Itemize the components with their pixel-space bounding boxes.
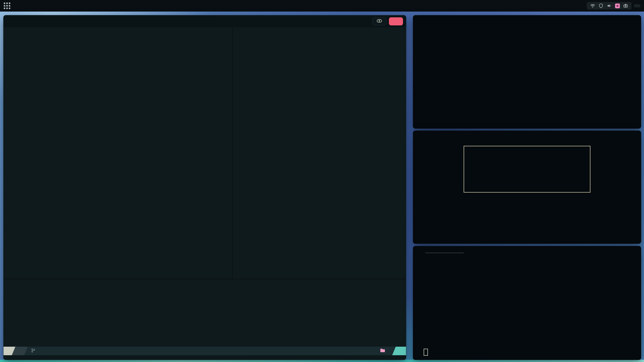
system-fetch [413, 246, 641, 253]
desktop [0, 0, 644, 362]
clock-frame [464, 146, 590, 193]
titlebar-buttons [372, 15, 406, 27]
project-segment [375, 347, 392, 355]
datetime[interactable] [634, 4, 640, 7]
tabline [4, 15, 406, 27]
fetch-box [425, 253, 464, 253]
audio-visualizer [418, 20, 636, 103]
flake-nix-pane[interactable] [4, 27, 232, 279]
fetch-terminal[interactable] [413, 246, 641, 360]
camera-icon[interactable] [623, 3, 628, 8]
eye-icon [376, 19, 382, 24]
scroll-progress-segment [392, 347, 406, 355]
system-tray [587, 2, 631, 10]
recorder-icon[interactable] [615, 4, 620, 8]
editor-splits [4, 27, 406, 279]
wifi-icon[interactable] [590, 3, 595, 8]
command-line[interactable] [4, 355, 406, 360]
folder-icon [380, 348, 385, 354]
pkgs-default-pane[interactable] [4, 279, 406, 347]
shield-icon[interactable] [598, 3, 603, 8]
wallpaper-accent-strip [0, 360, 644, 362]
lsp-segment [365, 347, 375, 355]
volume-icon[interactable] [607, 3, 612, 8]
statusline [4, 347, 406, 355]
top-bar [0, 0, 644, 12]
git-branch-icon [31, 348, 35, 354]
clock-terminal[interactable] [413, 130, 641, 244]
launcher-button[interactable] [4, 2, 11, 9]
eye-toggle-button[interactable] [372, 17, 386, 25]
visualizer-terminal[interactable] [413, 15, 641, 129]
neovim-window [3, 15, 406, 360]
statusline-spacer [43, 347, 365, 355]
terminal-cursor [424, 349, 428, 356]
iso-image-pane[interactable] [232, 27, 406, 279]
status-area [584, 2, 640, 10]
close-button[interactable] [389, 17, 403, 25]
shell-prompt[interactable] [421, 349, 428, 356]
